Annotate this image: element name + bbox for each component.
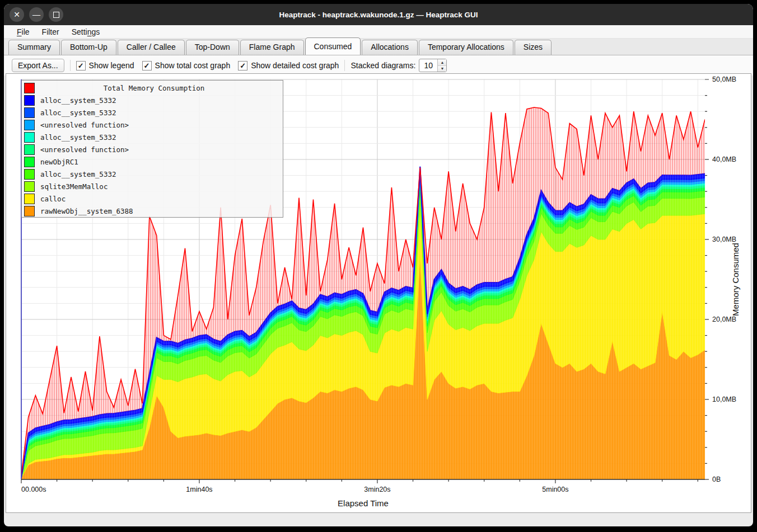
spin-up-icon[interactable]: ▲ — [438, 59, 446, 66]
y-tick-label: 10,0MB — [712, 396, 736, 403]
maximize-icon — [53, 12, 59, 18]
minimize-button[interactable]: — — [29, 7, 44, 22]
legend-title: Total Memory Consumption — [40, 84, 268, 92]
stacked-diagrams-label: Stacked diagrams: — [351, 61, 415, 70]
legend-swatch-icon — [24, 157, 35, 167]
checkbox-show-legend[interactable]: ✓Show legend — [76, 61, 134, 70]
export-as-button[interactable]: Export As... — [12, 59, 64, 72]
tab-bottom-up[interactable]: Bottom-Up — [61, 40, 116, 55]
checkbox-show-detailed-cost-graph[interactable]: ✓Show detailed cost graph — [238, 61, 339, 70]
legend-swatch-icon — [24, 206, 35, 216]
legend-item: sqlite3MemMalloc — [22, 180, 283, 192]
tab-consumed[interactable]: Consumed — [305, 37, 361, 55]
toolbar-separator — [70, 60, 71, 71]
stacked-diagrams-spinbox[interactable]: 10 ▲ ▼ — [419, 59, 447, 72]
close-button[interactable]: ✕ — [10, 7, 24, 22]
legend-label: newObjRC1 — [40, 158, 78, 166]
tab-allocations[interactable]: Allocations — [362, 40, 418, 55]
checkmark-icon: ✓ — [238, 61, 247, 70]
tab-sizes[interactable]: Sizes — [515, 40, 552, 55]
y-tick-label: 40,0MB — [712, 156, 736, 163]
window-controls: ✕— — [10, 7, 63, 22]
legend-label: sqlite3MemMalloc — [40, 182, 108, 191]
legend-swatch-icon — [24, 107, 35, 118]
legend-swatch-icon — [24, 120, 35, 130]
legend-swatch-icon — [24, 169, 35, 180]
legend-item: rawNewObj__system_6388 — [22, 205, 283, 217]
legend-item: alloc__system_5332 — [22, 168, 283, 180]
checkbox-label: Show detailed cost graph — [251, 61, 339, 70]
menu-settings[interactable]: Settings — [67, 27, 105, 37]
x-axis-title: Elapsed Time — [338, 498, 389, 508]
legend-item: <unresolved function> — [22, 143, 283, 156]
tab-flame-graph[interactable]: Flame Graph — [240, 40, 304, 55]
checkmark-icon: ✓ — [142, 61, 152, 70]
x-tick-label: 3min20s — [364, 486, 390, 493]
legend-label: alloc__system_5332 — [40, 109, 116, 117]
legend-swatch-icon — [24, 194, 35, 204]
legend-item: alloc__system_5332 — [22, 106, 283, 119]
legend-title-row: Total Memory Consumption — [22, 82, 283, 94]
chart-legend: Total Memory Consumptionalloc__system_53… — [21, 80, 283, 218]
legend-label: calloc — [40, 195, 66, 203]
legend-item: newObjRC1 — [22, 156, 283, 168]
legend-swatch-icon — [24, 83, 35, 93]
legend-label: <unresolved function> — [40, 121, 129, 129]
toolbar-checkboxes: ✓Show legend✓Show total cost graph✓Show … — [76, 61, 339, 70]
legend-item: alloc__system_5332 — [22, 94, 283, 106]
tab-bar: SummaryBottom-UpCaller / CalleeTop-DownF… — [4, 39, 753, 55]
legend-label: rawNewObj__system_6388 — [40, 207, 133, 215]
x-tick-label: 1min40s — [186, 486, 212, 493]
tab-top-down[interactable]: Top-Down — [186, 40, 239, 55]
menu-file[interactable]: File — [12, 27, 35, 37]
legend-item: <unresolved function> — [22, 119, 283, 131]
y-tick-label: 50,0MB — [712, 76, 736, 83]
checkmark-icon: ✓ — [76, 61, 86, 70]
checkbox-label: Show total cost graph — [155, 61, 231, 70]
x-tick-label: 00.000s — [21, 486, 46, 493]
menu-bar: FileFilterSettings — [4, 25, 753, 39]
legend-swatch-icon — [24, 144, 35, 155]
window-title: Heaptrack - heaptrack.wakunode.1.gz — He… — [4, 11, 753, 19]
tab-summary[interactable]: Summary — [8, 40, 60, 55]
toolbar-separator — [344, 60, 345, 71]
legend-swatch-icon — [24, 95, 35, 106]
legend-swatch-icon — [24, 132, 35, 143]
legend-swatch-icon — [24, 181, 35, 192]
legend-label: alloc__system_5332 — [40, 133, 116, 142]
checkbox-label: Show legend — [89, 61, 134, 70]
heaptrack-window: ✕— Heaptrack - heaptrack.wakunode.1.gz —… — [4, 4, 753, 526]
legend-label: <unresolved function> — [40, 145, 129, 154]
y-axis-title: Memory Consumed — [731, 243, 740, 316]
title-bar: ✕— Heaptrack - heaptrack.wakunode.1.gz —… — [4, 4, 753, 25]
y-tick-label: 20,0MB — [712, 316, 736, 323]
tab-temporary-allocations[interactable]: Temporary Allocations — [419, 40, 513, 55]
legend-item: alloc__system_5332 — [22, 131, 283, 143]
maximize-button[interactable] — [49, 7, 63, 22]
legend-item: calloc — [22, 192, 283, 205]
stacked-diagrams-value: 10 — [419, 59, 437, 72]
toolbar: Export As... ✓Show legend✓Show total cos… — [4, 55, 753, 76]
menu-filter[interactable]: Filter — [37, 27, 64, 37]
spin-down-icon[interactable]: ▼ — [438, 66, 446, 72]
y-tick-label: 0B — [712, 475, 721, 483]
legend-label: alloc__system_5332 — [40, 170, 116, 178]
consumed-chart-panel: 00.000s1min40s3min20s5min00s0B10,0MB20,0… — [6, 73, 751, 513]
legend-label: alloc__system_5332 — [40, 96, 116, 105]
x-tick-label: 5min00s — [542, 486, 568, 493]
checkbox-show-total-cost-graph[interactable]: ✓Show total cost graph — [142, 61, 231, 70]
tab-caller-callee[interactable]: Caller / Callee — [118, 40, 185, 55]
y-tick-label: 30,0MB — [712, 236, 736, 243]
